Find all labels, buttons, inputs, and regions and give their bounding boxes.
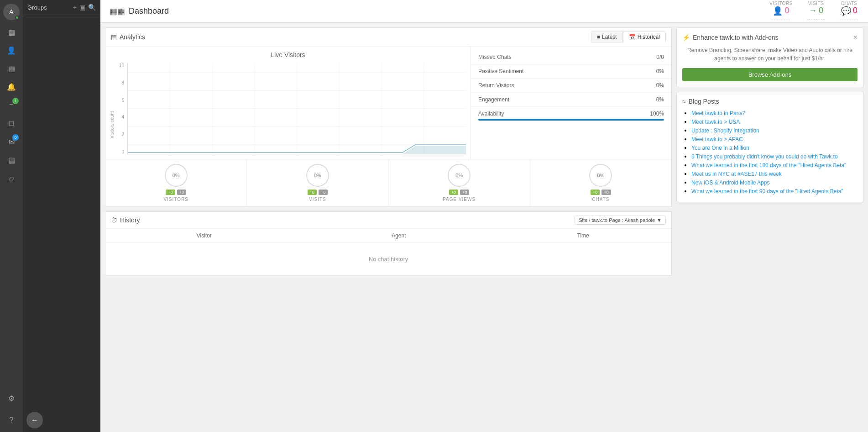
analytics-panel-header: ▤ Analytics ■ Latest 📅 Historical xyxy=(105,28,671,47)
history-panel: ⏱ History Site / tawk.to Page : Akash pa… xyxy=(105,211,672,276)
stat-return-visitors: Return Visitors 0% xyxy=(471,79,671,93)
copy-icon[interactable]: ▣ xyxy=(79,4,85,11)
blog-post-link[interactable]: Meet tawk.to in Paris? xyxy=(691,110,745,116)
metric-chats-badges: +0 +0 xyxy=(591,190,611,195)
blog-title: Blog Posts xyxy=(689,98,719,105)
blog-list-item[interactable]: New iOS & Android Mobile Apps xyxy=(691,179,858,186)
blog-list-item[interactable]: What we learned in the first 180 days of… xyxy=(691,162,858,169)
page-title: ▦▦ Dashboard xyxy=(110,6,169,16)
blog-post-link[interactable]: What we learned in the first 180 days of… xyxy=(691,162,846,169)
stat-availability: Availability 100% xyxy=(471,107,671,124)
mail-badge: 0 xyxy=(12,134,19,141)
chats-stat: CHATS 💬 0 -------- xyxy=(839,1,859,22)
metric-chats-circle: 0% xyxy=(589,164,612,187)
stats-sidebar: Missed Chats 0/0 Positive Sentiment 0% R… xyxy=(471,47,671,159)
chats-label: CHATS xyxy=(841,1,858,6)
history-header: ⏱ History Site / tawk.to Page : Akash pa… xyxy=(105,212,671,229)
no-history-message: No chat history xyxy=(105,243,671,276)
chats-icon: 💬 xyxy=(841,6,851,16)
addons-description: Remove Branding, Screenshare, make Video… xyxy=(682,46,858,63)
blog-list-item[interactable]: Update : Shopify Integration xyxy=(691,127,858,134)
chats-dashes: -------- xyxy=(839,17,859,22)
visits-value: → 0 xyxy=(809,6,823,16)
blog-post-link[interactable]: Meet us in NYC at #ASE17 this week xyxy=(691,171,782,177)
add-icon[interactable]: + xyxy=(73,4,77,11)
availability-bar xyxy=(478,119,664,121)
analytics-title-area: ▤ Analytics xyxy=(111,33,145,41)
main-area: ▦▦ Dashboard VISITORS 👤 0 -------- VISIT… xyxy=(100,0,868,432)
history-title: History xyxy=(120,216,140,224)
layers-icon[interactable]: ▦ xyxy=(3,24,20,40)
settings-icon[interactable]: ⚙ xyxy=(3,390,20,406)
tab-latest[interactable]: ■ Latest xyxy=(591,32,623,42)
dashboard-main: ▤ Analytics ■ Latest 📅 Historical xyxy=(100,23,676,432)
mail-icon[interactable]: ✉ 0 xyxy=(3,133,20,150)
history-filter[interactable]: Site / tawk.to Page : Akash padole ▼ xyxy=(575,216,666,225)
chat-icon[interactable]: □ xyxy=(3,115,20,132)
clock-icon: ⏱ xyxy=(111,216,117,224)
chart-area: Live Visitors Visitors count 1086420 xyxy=(105,47,471,159)
browse-addons-button[interactable]: Browse Add-ons xyxy=(682,68,858,81)
metrics-row: 0% +0 +0 VISITORS 0% +0 xyxy=(105,159,671,206)
analytics-tabs: ■ Latest 📅 Historical xyxy=(591,32,666,42)
y-axis-label: Visitors count xyxy=(110,111,115,139)
bar-chart-icon[interactable]: ▤ xyxy=(3,152,20,168)
chevron-down-icon: ▼ xyxy=(657,217,662,223)
blog-post-link[interactable]: Meet tawk.to > USA xyxy=(691,119,740,125)
y-axis: 1086420 xyxy=(115,63,126,154)
blog-list-item[interactable]: You are One in a Million xyxy=(691,144,858,151)
metric-pageviews-circle: 0% xyxy=(448,164,471,187)
help-icon[interactable]: ? xyxy=(3,412,20,428)
addons-title-area: ⚡ Enhance tawk.to with Add-ons xyxy=(682,34,779,41)
blog-list-item[interactable]: Meet tawk.to > APAC xyxy=(691,136,858,142)
blog-list-item[interactable]: What we learned in the first 90 days of … xyxy=(691,188,858,195)
metric-visitors-badges: +0 +0 xyxy=(166,190,186,195)
history-table: Visitor Agent Time No chat history xyxy=(105,229,671,275)
chart-svg xyxy=(128,63,466,154)
cube-icon[interactable]: ▱ xyxy=(3,170,20,186)
dashboard-label: Dashboard xyxy=(129,6,169,16)
visitors-value: 👤 0 xyxy=(773,6,789,16)
left-panel-icons: + ▣ 🔍 xyxy=(73,4,96,11)
analytics-title: Analytics xyxy=(120,33,145,41)
filter-icon[interactable]: ▦ xyxy=(3,60,20,77)
back-button[interactable]: ← xyxy=(26,412,43,428)
blog-post-link[interactable]: 9 Things you probably didn't know you co… xyxy=(691,153,838,160)
content-area: ▤ Analytics ■ Latest 📅 Historical xyxy=(100,23,868,432)
visits-stat: VISITS → 0 -------- xyxy=(806,1,826,21)
blog-post-link[interactable]: Update : Shopify Integration xyxy=(691,127,759,134)
blog-post-link[interactable]: New iOS & Android Mobile Apps xyxy=(691,179,769,186)
tab-historical[interactable]: 📅 Historical xyxy=(623,32,666,42)
blog-list-item[interactable]: 9 Things you probably didn't know you co… xyxy=(691,153,858,160)
blog-post-link[interactable]: What we learned in the first 90 days of … xyxy=(691,188,843,195)
avatar[interactable]: A xyxy=(3,4,20,20)
historical-icon: 📅 xyxy=(629,34,636,40)
addons-title: Enhance tawk.to with Add-ons xyxy=(693,34,779,41)
dashboard-icon: ▦▦ xyxy=(110,6,125,16)
pulse-icon[interactable]: ~ 1 xyxy=(3,97,20,113)
visitors-label: VISITORS xyxy=(769,1,793,6)
blog-post-link[interactable]: You are One in a Million xyxy=(691,145,749,151)
pulse-badge: 1 xyxy=(12,98,19,104)
bar-chart-icon: ▤ xyxy=(111,33,117,41)
visitor-icon: 👤 xyxy=(773,6,783,16)
online-status xyxy=(15,16,19,20)
metric-visits-circle: 0% xyxy=(306,164,329,187)
visits-icon: → xyxy=(809,6,817,16)
stat-missed-chats: Missed Chats 0/0 xyxy=(471,50,671,64)
analytics-panel: ▤ Analytics ■ Latest 📅 Historical xyxy=(105,27,672,207)
bell-icon[interactable]: 🔔 xyxy=(3,79,20,95)
people-icon[interactable]: 👤 xyxy=(3,42,20,58)
metric-pageviews-badges: +0 +0 xyxy=(449,190,470,195)
blog-header: ≈ Blog Posts xyxy=(682,98,858,105)
search-icon[interactable]: 🔍 xyxy=(88,4,96,11)
right-sidebar: ⚡ Enhance tawk.to with Add-ons × Remove … xyxy=(676,23,868,432)
blog-post-link[interactable]: Meet tawk.to > APAC xyxy=(691,136,743,142)
latest-icon: ■ xyxy=(597,34,600,40)
stat-engagement: Engagement 0% xyxy=(471,93,671,107)
blog-list-item[interactable]: Meet tawk.to in Paris? xyxy=(691,110,858,116)
close-addons-button[interactable]: × xyxy=(853,33,858,42)
blog-list-item[interactable]: Meet us in NYC at #ASE17 this week xyxy=(691,170,858,177)
blog-list-item[interactable]: Meet tawk.to > USA xyxy=(691,118,858,125)
top-bar: ▦▦ Dashboard VISITORS 👤 0 -------- VISIT… xyxy=(100,0,868,23)
